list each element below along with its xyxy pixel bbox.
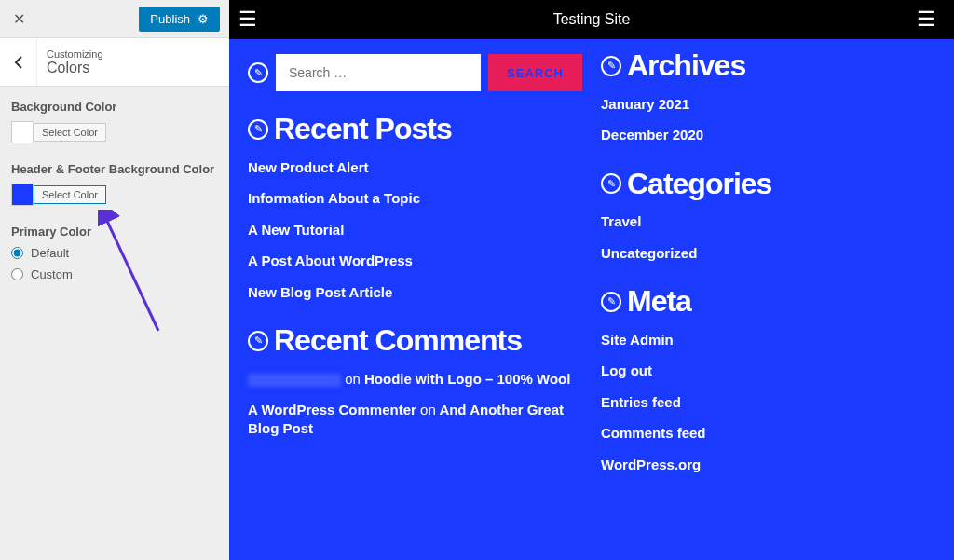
list-item[interactable]: December 2020 <box>601 126 935 144</box>
menu-icon[interactable]: ☰ <box>238 7 257 32</box>
archives-title: Archives <box>627 50 745 82</box>
comment-on: on <box>420 402 436 417</box>
edit-icon[interactable]: ✎ <box>601 173 621 194</box>
comment-on: on <box>345 371 361 387</box>
meta-title: Meta <box>627 286 691 318</box>
comment-author[interactable]: A WordPress Commenter <box>248 402 416 417</box>
breadcrumb-label: Customizing <box>47 48 103 60</box>
search-input[interactable] <box>276 54 481 91</box>
bg-color-label: Background Color <box>11 100 218 114</box>
hf-color-button[interactable]: Select Color <box>34 185 106 204</box>
breadcrumb: Customizing Colors <box>0 38 229 87</box>
radio-custom[interactable]: Custom <box>11 267 218 281</box>
list-item[interactable]: Entries feed <box>601 393 935 412</box>
edit-icon[interactable]: ✎ <box>601 56 621 76</box>
blurred-author <box>248 374 341 387</box>
list-item[interactable]: January 2021 <box>601 95 935 114</box>
hf-color-swatch[interactable] <box>11 184 34 206</box>
search-button[interactable]: SEARCH <box>488 54 582 91</box>
list-item[interactable]: New Blog Post Article <box>248 283 582 302</box>
sidebar-header: ✕ Publish ⚙ <box>0 0 229 38</box>
back-icon[interactable] <box>0 38 37 86</box>
radio-custom-input[interactable] <box>11 268 23 280</box>
list-item[interactable]: WordPress.org <box>601 456 935 474</box>
list-item[interactable]: Log out <box>601 362 935 380</box>
edit-icon[interactable]: ✎ <box>248 331 268 351</box>
edit-icon[interactable]: ✎ <box>601 292 621 312</box>
list-item[interactable]: A New Tutorial <box>248 221 582 239</box>
close-icon[interactable]: ✕ <box>9 9 28 28</box>
radio-custom-label: Custom <box>31 267 73 281</box>
widget-meta: ✎ Meta Site Admin Log out Entries feed C… <box>601 286 935 473</box>
publish-button[interactable]: Publish ⚙ <box>139 7 220 32</box>
breadcrumb-title: Colors <box>47 60 103 76</box>
menu-icon-right[interactable]: ☰ <box>907 1 945 38</box>
radio-default-label: Default <box>31 246 69 260</box>
list-item[interactable]: Travel <box>601 212 935 231</box>
recent-comments-title: Recent Comments <box>274 325 522 357</box>
comment-link[interactable]: Hoodie with Logo – 100% Wool <box>364 371 570 387</box>
site-title: Testing Site <box>553 11 631 28</box>
edit-icon[interactable]: ✎ <box>248 119 268 140</box>
bg-color-button[interactable]: Select Color <box>34 123 106 142</box>
widget-recent-comments: ✎ Recent Comments on Hoodie with Logo – … <box>248 325 582 437</box>
primary-color-label: Primary Color <box>11 225 218 239</box>
categories-title: Categories <box>627 169 771 200</box>
edit-icon[interactable]: ✎ <box>248 62 268 83</box>
list-item[interactable]: Site Admin <box>601 331 935 349</box>
widget-recent-posts: ✎ Recent Posts New Product Alert Informa… <box>248 114 582 301</box>
widget-categories: ✎ Categories Travel Uncategorized <box>601 169 935 263</box>
list-item[interactable]: New Product Alert <box>248 158 582 177</box>
hf-color-label: Header & Footer Background Color <box>11 162 218 176</box>
list-item[interactable]: Uncategorized <box>601 244 935 263</box>
customizer-sidebar: ✕ Publish ⚙ Customizing Colors Backgroun… <box>0 0 229 560</box>
list-item[interactable]: on Hoodie with Logo – 100% Wool <box>248 370 582 389</box>
radio-default[interactable]: Default <box>11 246 218 260</box>
bg-color-swatch[interactable] <box>11 121 34 143</box>
list-item[interactable]: Comments feed <box>601 424 935 443</box>
radio-default-input[interactable] <box>11 247 23 259</box>
gear-icon[interactable]: ⚙ <box>198 12 209 26</box>
list-item[interactable]: Information About a Topic <box>248 189 582 208</box>
list-item[interactable]: A WordPress Commenter on And Another Gre… <box>248 401 582 437</box>
widget-archives: ✎ Archives January 2021 December 2020 <box>601 50 935 144</box>
recent-posts-title: Recent Posts <box>274 114 452 145</box>
publish-label: Publish <box>150 12 190 26</box>
site-topbar: ☰ Testing Site ☰ <box>229 0 954 39</box>
preview-pane: ☰ Testing Site ☰ ✎ SEARCH ✎ Recent Posts… <box>229 0 954 560</box>
sidebar-body: Background Color Select Color Header & F… <box>0 87 229 313</box>
list-item[interactable]: A Post About WordPress <box>248 252 582 270</box>
